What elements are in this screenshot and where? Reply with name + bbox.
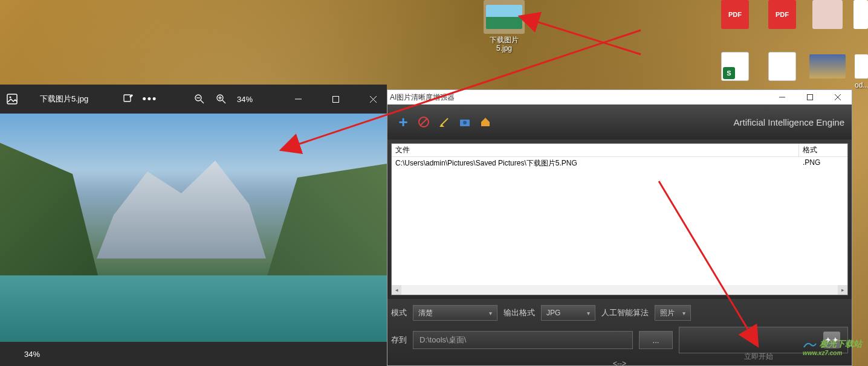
minimize-button[interactable] (284, 85, 312, 114)
algorithm-select[interactable]: 照片 (655, 305, 691, 321)
svg-rect-11 (332, 96, 338, 102)
desktop-icon-pdf-1[interactable]: PDF (712, 0, 758, 31)
svg-line-19 (420, 118, 427, 126)
svg-line-4 (201, 100, 204, 103)
zoom-in-icon[interactable] (215, 93, 227, 105)
home-icon[interactable] (477, 114, 494, 130)
footer-zoom-percent: 34% (24, 350, 40, 359)
app-icon (6, 93, 18, 105)
mode-select[interactable]: 清楚 (413, 305, 497, 321)
add-icon[interactable]: + (395, 114, 412, 130)
minimize-button[interactable] (768, 90, 796, 104)
list-row[interactable]: C:\Users\admin\Pictures\Saved Pictures\下… (392, 157, 847, 170)
engine-label: Artificial Intelligence Engine (734, 117, 844, 127)
scroll-track[interactable] (401, 285, 838, 295)
image-thumbnail (486, 5, 522, 29)
viewer-filename: 下载图片5.jpg (40, 94, 88, 104)
pdf-icon: PDF (721, 0, 749, 29)
doc-thumbnail (812, 0, 843, 29)
output-format-label: 输出格式 (504, 307, 535, 318)
ai-title: AI图片清晰度增强器 (390, 92, 455, 103)
watermark: 极光下载站 www.xz7.com (803, 339, 862, 356)
zoom-out-icon[interactable] (193, 93, 206, 105)
header-format-column[interactable]: 格式 (799, 144, 847, 156)
desktop-icon-doc-2[interactable] (853, 0, 868, 29)
more-icon[interactable]: ••• (144, 93, 156, 105)
desktop-icon-txt[interactable] (759, 52, 805, 81)
desktop-icon-image-2[interactable] (806, 52, 849, 81)
edit-icon[interactable] (122, 93, 134, 105)
svg-rect-2 (124, 95, 131, 101)
partial-thumbnail (855, 54, 868, 79)
desktop-icon-doc-1[interactable] (806, 0, 849, 29)
output-format-select[interactable]: JPG (541, 305, 595, 321)
desktop-icon-selected-image[interactable]: 下载图片5.jpg (481, 0, 527, 53)
save-path-input[interactable]: D:\tools\桌面\ (413, 331, 633, 349)
spreadsheet-icon: S (721, 52, 749, 81)
svg-rect-0 (7, 94, 17, 104)
scroll-right-icon[interactable]: ▸ (838, 285, 847, 295)
ai-titlebar: AI图片清晰度增强器 (387, 90, 852, 104)
viewer-image-area[interactable] (0, 114, 387, 342)
image-thumbnail (809, 54, 846, 79)
svg-point-21 (463, 121, 467, 124)
start-hint: 立即开始 (744, 352, 773, 362)
ai-toolbar: + Artificial Intelligence Engine (387, 104, 852, 140)
maximize-button[interactable] (322, 85, 349, 114)
close-button[interactable] (824, 90, 852, 104)
desktop-icon-pdf-2[interactable]: PDF (759, 0, 805, 31)
icon-label-line2: 5.jpg (496, 44, 512, 53)
scroll-left-icon[interactable]: ◂ (392, 285, 401, 295)
close-button[interactable] (359, 85, 387, 114)
svg-point-1 (10, 97, 11, 98)
icon-label-line1: 下载图片 (490, 36, 519, 44)
browse-button[interactable]: ... (639, 331, 673, 349)
arrows-indicator: <--> (613, 359, 626, 366)
desktop-icon-partial[interactable]: od... (855, 52, 868, 89)
list-header: 文件 格式 (392, 144, 847, 157)
save-to-label: 存到 (391, 335, 407, 345)
doc-thumbnail (853, 0, 868, 29)
ai-bottom-panel: 模式 清楚 输出格式 JPG 人工智能算法 照片 存到 D:\tools\桌面\… (387, 299, 852, 365)
ai-enhancer-window: AI图片清晰度增强器 + Artificial Intelligence Eng… (387, 89, 852, 366)
text-file-icon (768, 52, 796, 81)
file-list: 文件 格式 C:\Users\admin\Pictures\Saved Pict… (391, 143, 848, 295)
row-filepath: C:\Users\admin\Pictures\Saved Pictures\下… (392, 157, 799, 170)
landscape-image (0, 114, 387, 342)
pdf-icon: PDF (768, 0, 796, 29)
icon-label: od... (855, 81, 868, 89)
viewer-footer: 34% (0, 342, 387, 366)
svg-line-7 (222, 100, 225, 103)
broom-icon[interactable] (436, 114, 453, 130)
forbid-icon[interactable] (415, 114, 432, 130)
mode-label: 模式 (391, 307, 407, 318)
image-viewer-window: 下载图片5.jpg ••• 34% 34% (0, 85, 387, 366)
desktop-icon-xls[interactable]: S (712, 52, 758, 83)
row-format: .PNG (799, 157, 847, 170)
viewer-titlebar: 下载图片5.jpg ••• 34% (0, 85, 387, 114)
algorithm-label: 人工智能算法 (601, 307, 649, 318)
svg-rect-15 (808, 95, 813, 100)
horizontal-scrollbar[interactable]: ◂ ▸ (392, 285, 847, 295)
ai-list-panel: 文件 格式 C:\Users\admin\Pictures\Saved Pict… (387, 140, 852, 299)
header-file-column[interactable]: 文件 (392, 144, 799, 156)
zoom-percent: 34% (237, 95, 253, 104)
camera-icon[interactable] (456, 114, 473, 130)
maximize-button[interactable] (796, 90, 824, 104)
